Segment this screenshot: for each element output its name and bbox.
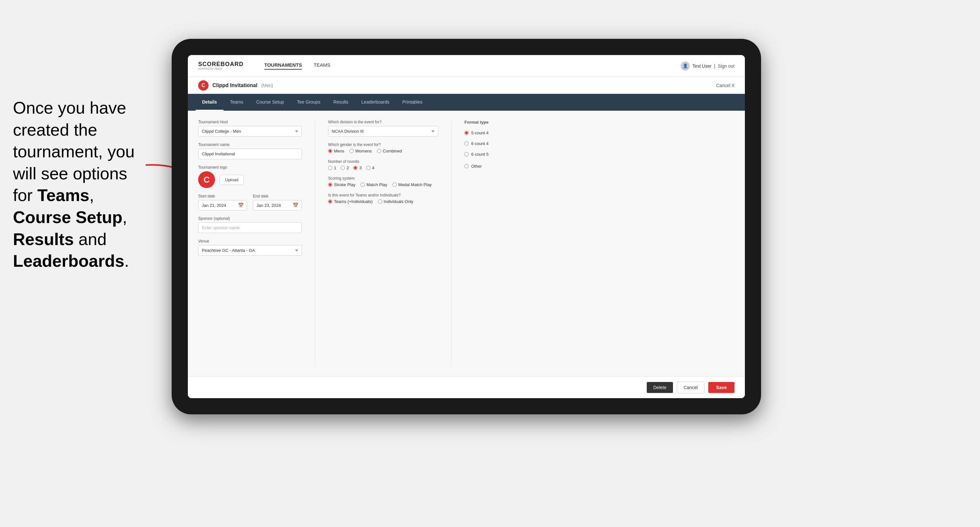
scoring-radio-group: Stroke Play Match Play Medal Match Play (328, 182, 438, 187)
rounds-label: Number of rounds (328, 159, 438, 164)
teams-plus-radio[interactable] (328, 199, 332, 204)
end-date-input[interactable] (256, 203, 290, 208)
start-date-calendar-icon: 📅 (238, 203, 243, 208)
col-left: Tournament Host Clippd College - Men Tou… (198, 120, 302, 367)
rounds-1-radio[interactable] (328, 166, 332, 170)
user-label: Test User (692, 63, 711, 68)
tab-printables[interactable]: Printables (396, 94, 429, 111)
upload-button[interactable]: Upload (220, 175, 244, 185)
rounds-3-option[interactable]: 3 (353, 165, 361, 170)
start-date-group: Start date 📅 (198, 194, 247, 210)
venue-label: Venue (198, 239, 302, 243)
teams-plus-option[interactable]: Teams (+Individuals) (328, 199, 373, 204)
scoring-match-radio[interactable] (360, 183, 365, 187)
gender-group: Which gender is the event for? Mens Wome… (328, 143, 438, 154)
tournament-title-row: C Clippd Invitational (Men) (198, 80, 273, 90)
scoring-medal-match-radio[interactable] (393, 183, 397, 187)
date-row: Start date 📅 End date 📅 (198, 194, 302, 210)
scoring-stroke-radio[interactable] (328, 183, 332, 187)
rounds-1-option[interactable]: 1 (328, 165, 336, 170)
gender-mens-option[interactable]: Mens (328, 149, 344, 154)
format-6count4-label: 6 count 4 (471, 141, 489, 146)
rounds-radio-group: 1 2 3 4 (328, 165, 438, 170)
delete-button[interactable]: Delete (647, 382, 673, 393)
format-6count5-radio[interactable] (465, 152, 469, 156)
gender-mens-label: Mens (334, 149, 344, 154)
tablet-screen: SCOREBOARD Powered by clippd TOURNAMENTS… (188, 55, 745, 398)
col-divider-2 (451, 120, 452, 367)
tab-bar: Details Teams Course Setup Tee Groups Re… (188, 94, 745, 111)
scoring-medal-match-label: Medal Match Play (398, 182, 432, 187)
tab-results[interactable]: Results (327, 94, 355, 111)
sponsor-group: Sponsor (optional) (198, 216, 302, 233)
individuals-only-radio[interactable] (378, 199, 382, 204)
format-5count4-label: 5 count 4 (471, 130, 489, 135)
gender-womens-label: Womens (355, 149, 372, 154)
rounds-2-option[interactable]: 2 (341, 165, 349, 170)
start-date-input[interactable] (202, 203, 235, 208)
format-6count4-option[interactable]: 6 count 4 (465, 141, 555, 146)
col-right: Format type 5 count 4 6 count 4 6 count … (465, 120, 555, 367)
teams-plus-label: Teams (+Individuals) (334, 199, 373, 204)
top-nav: SCOREBOARD Powered by clippd TOURNAMENTS… (188, 55, 745, 77)
sign-out-link[interactable]: Sign out (718, 63, 735, 68)
end-date-calendar-icon: 📅 (293, 203, 298, 208)
division-select[interactable]: NCAA Division III (328, 126, 438, 137)
rounds-1-label: 1 (334, 165, 336, 170)
nav-tournaments[interactable]: TOURNAMENTS (264, 62, 302, 70)
format-5count4-radio[interactable] (465, 131, 469, 135)
tab-tee-groups[interactable]: Tee Groups (291, 94, 327, 111)
user-avatar-icon: 👤 (681, 62, 690, 71)
col-mid: Which division is the event for? NCAA Di… (328, 120, 438, 367)
nav-teams[interactable]: TEAMS (313, 62, 330, 70)
venue-select[interactable]: Peachtree GC - Atlanta - GA (198, 245, 302, 256)
scoring-stroke-option[interactable]: Stroke Play (328, 182, 355, 187)
gender-womens-radio[interactable] (350, 149, 354, 153)
scoring-medal-match-option[interactable]: Medal Match Play (393, 182, 432, 187)
format-6count5-option[interactable]: 6 count 5 (465, 152, 555, 157)
individuals-only-option[interactable]: Individuals Only (378, 199, 414, 204)
format-other-radio[interactable] (465, 164, 469, 168)
save-button[interactable]: Save (708, 382, 735, 393)
sponsor-input[interactable] (198, 222, 302, 233)
gender-radio-group: Mens Womens Combined (328, 149, 438, 154)
gender-combined-option[interactable]: Combined (377, 149, 402, 154)
format-6count4-radio[interactable] (465, 141, 469, 146)
tablet-device: SCOREBOARD Powered by clippd TOURNAMENTS… (172, 39, 761, 414)
gender-combined-radio[interactable] (377, 149, 381, 153)
rounds-2-radio[interactable] (341, 166, 345, 170)
scoring-match-option[interactable]: Match Play (360, 182, 387, 187)
gender-mens-radio[interactable] (328, 149, 332, 153)
tournament-name-label: Tournament name (198, 143, 302, 147)
logo: SCOREBOARD Powered by clippd (198, 61, 243, 71)
division-label: Which division is the event for? (328, 120, 438, 124)
tournament-name-input[interactable] (198, 149, 302, 159)
tab-leaderboards[interactable]: Leaderboards (355, 94, 396, 111)
format-5count4-option[interactable]: 5 count 4 (465, 130, 555, 135)
end-date-wrapper: 📅 (253, 200, 302, 210)
rounds-4-radio[interactable] (366, 166, 371, 170)
logo-upload-row: C Upload (198, 171, 302, 188)
end-date-group: End date 📅 (253, 194, 302, 210)
tournament-host-label: Tournament Host (198, 120, 302, 124)
tab-details[interactable]: Details (196, 94, 223, 111)
venue-group: Venue Peachtree GC - Atlanta - GA (198, 239, 302, 256)
format-other-label: Other (471, 164, 482, 169)
cancel-header-btn[interactable]: Cancel X (716, 83, 735, 88)
rounds-3-radio[interactable] (353, 166, 358, 170)
tab-teams[interactable]: Teams (223, 94, 250, 111)
rounds-4-option[interactable]: 4 (366, 165, 374, 170)
scoring-label: Scoring system (328, 176, 438, 181)
main-content: Tournament Host Clippd College - Men Tou… (188, 111, 745, 398)
form-area: Tournament Host Clippd College - Men Tou… (188, 111, 745, 376)
format-other-option[interactable]: Other (465, 164, 482, 169)
format-other-row: Other (465, 164, 555, 171)
logo-sub-text: Powered by clippd (198, 67, 243, 71)
cancel-button[interactable]: Cancel (677, 382, 705, 393)
tournament-host-select[interactable]: Clippd College - Men (198, 126, 302, 137)
tab-course-setup[interactable]: Course Setup (250, 94, 291, 111)
format-type-label: Format type (465, 120, 555, 125)
scoring-match-label: Match Play (366, 182, 387, 187)
start-date-label: Start date (198, 194, 247, 198)
gender-womens-option[interactable]: Womens (350, 149, 372, 154)
